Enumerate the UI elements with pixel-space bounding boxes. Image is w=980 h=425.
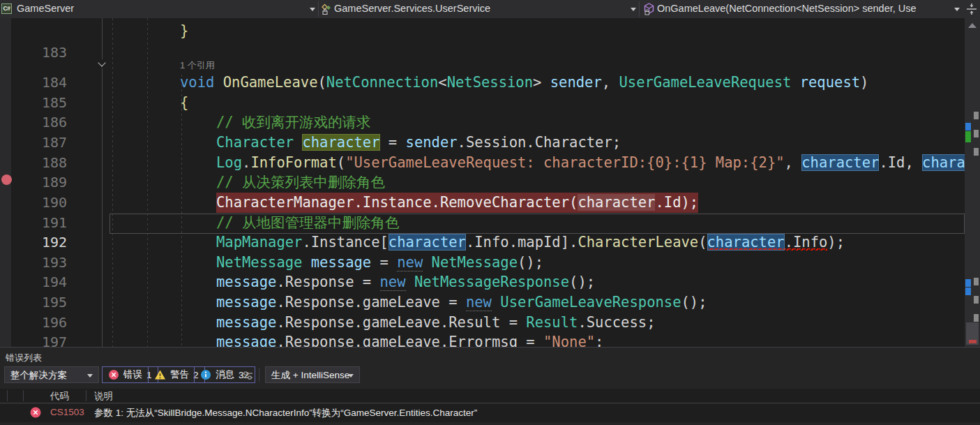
code-token: , — [602, 74, 619, 91]
line-number[interactable]: 189 — [21, 172, 67, 193]
code-token: .Id); — [655, 194, 698, 211]
code-line[interactable]: message.Response.gameLeave.Errormsg = "N… — [216, 332, 603, 347]
code-token: message — [216, 294, 276, 311]
scrollbar-mark — [965, 288, 971, 295]
error-row[interactable]: CS1503 参数 1: 无法从“SkillBridge.Message.NCh… — [0, 404, 980, 422]
code-token: character — [578, 194, 655, 211]
panel-title: 错误列表 — [6, 352, 42, 364]
code-token: (); — [681, 294, 707, 311]
breakpoint-indicator[interactable] — [1, 174, 12, 185]
code-token: character — [302, 134, 379, 151]
code-line[interactable]: NetMessage message = new NetMessage(); — [216, 253, 543, 273]
line-number[interactable]: 194 — [21, 272, 67, 292]
scrollbar-mark — [974, 296, 979, 304]
code-token: "UserGameLeaveRequest: characterID:{0}:{… — [345, 154, 784, 171]
column-divider — [86, 390, 86, 401]
scrollbar-mark — [965, 123, 971, 131]
code-token: UserGameLeaveResponse — [500, 294, 681, 311]
code-line[interactable]: // 从地图管理器中删除角色 — [216, 213, 400, 233]
code-token: NetMessageResponse — [414, 274, 569, 290]
code-line[interactable]: // 从决策列表中删除角色 — [216, 172, 385, 193]
code-token: ; — [595, 334, 603, 347]
code-token: Result — [526, 314, 578, 331]
code-token: .Instance[ — [302, 234, 388, 251]
code-line[interactable]: } — [180, 21, 188, 41]
code-token: > — [533, 74, 550, 91]
code-line[interactable]: // 收到离开游戏的请求 — [216, 112, 371, 133]
line-number[interactable]: 186 — [21, 112, 67, 133]
line-number[interactable]: 193 — [21, 253, 67, 273]
method-icon — [643, 3, 655, 15]
code-token: Log — [216, 154, 242, 171]
code-token: .Response.gameLeave.Result = — [276, 314, 526, 331]
type-dropdown-label: GameServer.Services.UserService — [334, 3, 490, 14]
code-token: message — [311, 254, 371, 271]
line-number[interactable]: 191 — [21, 213, 67, 233]
code-line[interactable]: Log.InfoFormat("UserGameLeaveRequest: ch… — [216, 153, 980, 173]
scroll-up-icon[interactable] — [968, 23, 977, 28]
code-line[interactable]: 1 个引用 — [180, 60, 215, 71]
code-token: (); — [569, 274, 595, 290]
error-code-link[interactable]: CS1503 — [50, 407, 84, 417]
code-token: NetMessage — [216, 254, 311, 271]
source-dropdown[interactable]: 生成 + IntelliSense — [265, 366, 360, 383]
navbar-divider — [639, 1, 640, 17]
code-token: NetMessage — [432, 254, 518, 271]
code-token: .Id, — [879, 154, 922, 171]
code-token: CharacterLeave — [578, 234, 698, 251]
code-token: character — [707, 234, 785, 251]
line-number[interactable]: 197 — [21, 332, 67, 347]
code-token — [423, 254, 431, 271]
error-icon — [30, 407, 41, 418]
code-token: { — [180, 94, 188, 111]
code-token: message — [216, 334, 276, 347]
line-number[interactable]: 184 — [21, 73, 67, 93]
code-token: new — [397, 254, 423, 271]
indent-guide — [147, 18, 148, 347]
fold-chevron-icon[interactable] — [98, 59, 107, 68]
line-number[interactable]: 192 — [21, 232, 67, 253]
project-dropdown-label: GameServer — [17, 3, 74, 14]
type-dropdown[interactable]: GameServer.Services.UserService — [319, 0, 638, 18]
code-line[interactable]: MapManager.Instance[character.Info.mapId… — [216, 232, 845, 253]
code-token: "None" — [543, 334, 595, 347]
code-editor[interactable]: 1831841851861871881891901911921931941951… — [0, 18, 980, 347]
vertical-scrollbar[interactable] — [965, 18, 980, 347]
line-number[interactable]: 185 — [21, 93, 67, 113]
csharp-project-icon: C# — [1, 3, 12, 14]
line-number[interactable]: 195 — [21, 292, 67, 313]
code-line[interactable]: { — [180, 93, 188, 113]
code-token: request — [800, 74, 860, 91]
split-editor-button[interactable] — [965, 3, 978, 15]
code-token: ) — [860, 74, 868, 91]
scope-dropdown[interactable]: 整个解决方案 — [4, 366, 99, 383]
line-number[interactable]: 196 — [21, 313, 67, 333]
code-token: void — [180, 74, 223, 91]
line-number[interactable]: 187 — [21, 133, 67, 153]
code-token: UserGameLeaveRequest — [619, 74, 791, 91]
code-line[interactable]: void OnGameLeave(NetConnection<NetSessio… — [180, 73, 868, 93]
code-token: = — [380, 134, 406, 151]
code-line[interactable]: CharacterManager.Instance.RemoveCharacte… — [216, 193, 698, 213]
scrollbar-mark — [974, 112, 979, 119]
filter-icon[interactable] — [241, 369, 254, 382]
messages-filter-label: 消息 — [216, 368, 234, 381]
code-line[interactable]: message.Response.gameLeave = new UserGam… — [216, 292, 707, 313]
member-dropdown[interactable]: OnGameLeave(NetConnection<NetSession> se… — [642, 0, 965, 18]
line-number[interactable]: 183 — [21, 43, 67, 63]
scrollbar-mark — [974, 130, 979, 137]
code-token: ); — [827, 234, 845, 251]
scope-dropdown-label: 整个解决方案 — [10, 369, 67, 382]
column-header-description[interactable]: 说明 — [94, 390, 113, 403]
code-line[interactable]: Character character = sender.Session.Cha… — [216, 133, 621, 153]
visual-studio-window: C# GameServer GameServer.Services.UserSe… — [0, 0, 980, 425]
code-line[interactable]: message.Response.gameLeave.Result = Resu… — [216, 313, 655, 333]
project-dropdown[interactable]: C# GameServer — [1, 0, 318, 18]
column-header-code[interactable]: 代码 — [50, 390, 69, 403]
member-dropdown-label: OnGameLeave(NetConnection<NetSession> se… — [657, 3, 917, 14]
code-line[interactable]: message.Response = new NetMessageRespons… — [216, 272, 595, 292]
code-token: } — [180, 22, 188, 39]
line-number[interactable]: 190 — [21, 193, 67, 213]
line-number[interactable]: 188 — [21, 153, 67, 173]
code-token: character — [801, 154, 879, 171]
